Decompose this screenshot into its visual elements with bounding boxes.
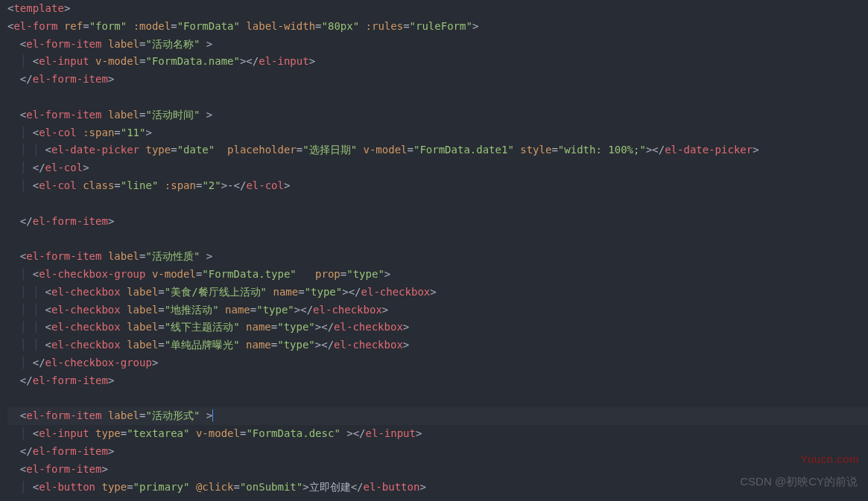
token-eq: = (114, 179, 120, 191)
token-eq: = (83, 20, 89, 32)
token-guide: │ │ (7, 304, 45, 316)
token-punc: > (403, 339, 409, 351)
token-str: "FormData.type" (202, 268, 296, 280)
token-tag: el-checkbox (51, 286, 121, 298)
code-line[interactable]: │ </el-col> (7, 159, 868, 177)
token-attr: @click (196, 481, 234, 493)
code-line[interactable]: </el-form-item> (7, 71, 868, 89)
token-attr: label (108, 109, 139, 121)
token-eq: = (340, 268, 346, 280)
code-line[interactable]: │ <el-input v-model="FormData.name"></el… (7, 53, 868, 71)
token-eq: = (127, 481, 133, 493)
token-tag: el-checkbox-group (45, 357, 152, 368)
token-guide: │ │ (7, 321, 45, 333)
token-str: "FormData.date1" (414, 144, 514, 156)
code-line[interactable]: │ │ <el-date-picker type="date" placehol… (7, 141, 868, 159)
token-attr: v-model (196, 427, 240, 439)
token-punc: > (145, 127, 151, 138)
token-punc: > (206, 250, 212, 262)
code-line[interactable]: <el-form-item> (7, 461, 868, 479)
token-txt (121, 286, 127, 298)
token-str: "type" (305, 286, 343, 298)
token-tag: el-checkbox (361, 286, 431, 298)
code-line[interactable]: │ <el-button type="primary" @click="onSu… (7, 479, 868, 497)
token-txt (127, 20, 133, 32)
token-tag: el-form-item (33, 445, 108, 457)
code-line[interactable]: │ <el-col :span="11"> (7, 124, 868, 142)
token-eq: = (158, 286, 164, 298)
token-punc: > (472, 20, 478, 32)
token-txt (297, 268, 315, 280)
token-punc: </ (33, 162, 45, 173)
token-guide: │ (7, 481, 33, 493)
code-line[interactable] (7, 195, 868, 213)
code-line[interactable]: │ │ <el-checkbox label="美食/餐厅线上活动" name=… (7, 284, 868, 301)
token-str: "2" (202, 179, 221, 191)
token-str: "date" (177, 144, 215, 156)
token-str: "80px" (322, 20, 360, 32)
code-line[interactable]: │ <el-checkbox-group v-model="FormData.t… (7, 266, 868, 284)
code-line[interactable] (7, 89, 868, 106)
code-line[interactable]: <el-form-item label="活动时间" > (7, 106, 868, 124)
code-line[interactable]: <el-form-item label="活动性质" > (7, 248, 868, 266)
code-line[interactable]: </el-form-item> (7, 443, 868, 461)
token-eq: = (121, 427, 127, 439)
token-attr: label (108, 250, 139, 262)
token-str: "地推活动" (165, 304, 219, 316)
token-punc: > (83, 162, 89, 173)
code-line[interactable]: <el-form ref="form" :model="FormData" la… (7, 18, 868, 36)
token-punc: > (108, 445, 114, 457)
token-punc: < (33, 55, 39, 67)
token-punc: > (403, 321, 409, 333)
code-line[interactable]: <el-form-item label="活动形式" > (7, 407, 868, 425)
token-punc: < (33, 179, 39, 191)
token-tag: el-form (13, 20, 57, 32)
token-str: "type" (277, 321, 315, 333)
token-tag: el-checkbox (51, 339, 121, 351)
token-attr: label-width (246, 20, 315, 32)
code-line[interactable] (7, 230, 868, 248)
code-line[interactable]: │ │ <el-checkbox label="线下主题活动" name="ty… (7, 319, 868, 336)
token-guide: │ (7, 179, 33, 191)
code-line[interactable]: │ </el-checkbox-group> (7, 354, 868, 372)
code-editor[interactable]: <template><el-form ref="form" :model="Fo… (0, 0, 868, 496)
token-punc: </ (351, 481, 364, 493)
token-attr: :rules (366, 20, 404, 32)
token-txt (240, 321, 246, 333)
token-str: "活动性质" (145, 250, 200, 262)
token-str: "活动名称" (145, 38, 200, 50)
token-tag: el-checkbox (51, 304, 121, 316)
code-line[interactable]: │ <el-col class="line" :span="2">-</el-c… (7, 177, 868, 195)
token-eq: = (271, 321, 277, 333)
token-txt: 立即创建 (309, 481, 351, 493)
token-str: "11" (121, 127, 146, 138)
token-punc: ></ (646, 144, 665, 156)
token-punc: </ (234, 179, 247, 191)
token-guide: │ (7, 268, 33, 280)
token-tag: el-form-item (26, 250, 101, 262)
watermark-yuucn: Yuucn.com (800, 450, 859, 469)
token-txt (200, 250, 206, 262)
token-attr: type (95, 427, 121, 439)
token-attr: label (108, 38, 139, 50)
code-line[interactable]: │ <el-input type="textarea" v-model="For… (7, 425, 868, 443)
code-line[interactable] (7, 390, 868, 408)
token-punc: > (108, 374, 114, 386)
token-tag: el-input (366, 427, 416, 439)
code-line[interactable]: │ │ <el-checkbox label="单纯品牌曝光" name="ty… (7, 336, 868, 354)
token-txt (89, 55, 95, 67)
token-tag: el-checkbox-group (39, 268, 145, 280)
token-punc: </ (20, 374, 33, 386)
code-line[interactable]: │ │ <el-checkbox label="地推活动" name="type… (7, 301, 868, 319)
token-guide (7, 374, 20, 386)
code-line[interactable]: <el-form-item label="活动名称" > (7, 36, 868, 54)
token-punc: ></ (346, 427, 365, 439)
token-punc: </ (20, 445, 33, 457)
token-punc: ></ (342, 286, 361, 298)
token-punc: > (302, 481, 308, 493)
code-line[interactable]: </el-form-item> (7, 372, 868, 390)
code-line[interactable]: </el-form-item> (7, 213, 868, 231)
token-guide (7, 38, 20, 50)
code-line[interactable]: <template> (7, 0, 868, 18)
token-txt (101, 109, 107, 121)
